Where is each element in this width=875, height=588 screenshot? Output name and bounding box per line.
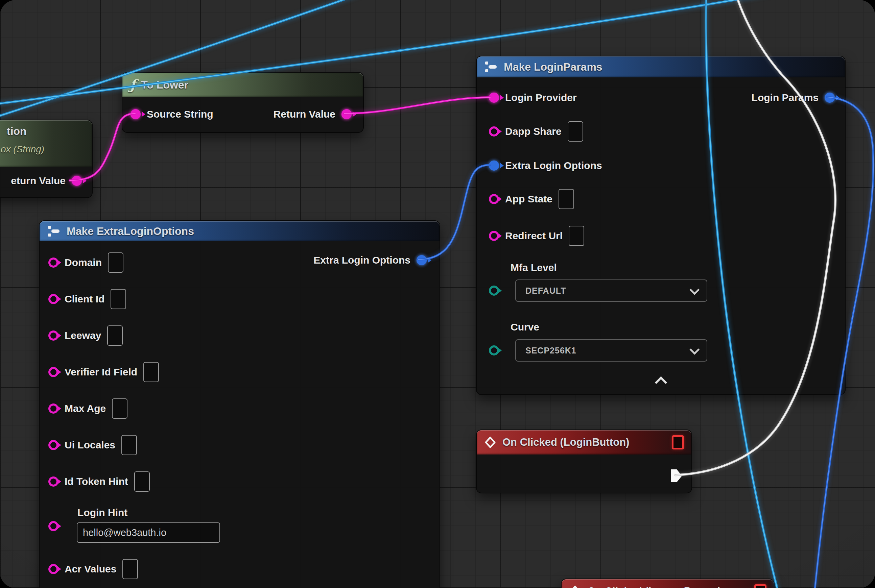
exec-output-pin[interactable] [671,470,682,482]
app-state-pin[interactable] [489,194,499,204]
node-title: On Clicked (LogoutButton) [587,585,721,588]
node-make-login-params[interactable]: Make LoginParams Login Provider Dapp Sha… [476,56,846,395]
curve-dropdown[interactable]: SECP256K1 [515,339,707,362]
login-hint-value: hello@web3auth.io [83,527,166,538]
pin-label: Domain [65,257,102,268]
ui-locales-pin[interactable] [48,440,59,450]
leeway-input[interactable] [107,326,123,346]
return-value-pin[interactable] [72,176,82,186]
pin-row-leeway: Leeway [48,325,123,346]
pin-row-id-token-hint: Id Token Hint [48,471,150,492]
node-on-clicked-login-button[interactable]: On Clicked (LoginButton) [476,429,692,494]
pin-row-login-hint [48,516,59,537]
pin-label: Return Value [274,108,335,120]
pin-label: Extra Login Options [505,160,602,171]
node-title: To Lower [141,79,188,91]
node-make-extra-login-options[interactable]: Make ExtraLoginOptions Domain Client Id … [39,220,440,588]
pin-label: Client Id [65,293,104,305]
node-text-partial[interactable]: tion ox (String) eturn Value [0,120,93,198]
pin-row-curve [489,340,499,361]
pin-label: App State [505,193,552,205]
client-id-pin[interactable] [48,294,59,304]
login-provider-pin[interactable] [489,93,499,103]
id-token-hint-input[interactable] [134,471,150,492]
pin-label: Acr Values [65,563,116,575]
acr-values-pin[interactable] [48,564,59,574]
pin-label: Id Token Hint [65,476,128,487]
dapp-share-pin[interactable] [489,126,499,136]
dapp-share-input[interactable] [568,122,583,142]
node-header[interactable]: tion [0,120,92,167]
delegate-pin[interactable] [754,584,767,588]
login-hint-input[interactable]: hello@web3auth.io [77,522,220,543]
mfa-level-dropdown[interactable]: DEFAULT [515,279,707,302]
blueprint-canvas[interactable]: tion ox (String) eturn Value ƒ To Lower … [0,0,875,588]
curve-label: Curve [511,321,539,333]
verifier-id-field-input[interactable] [143,362,159,382]
pin-row-client-id: Client Id [48,289,126,309]
pin-row-redirect-url: Redirect Url [489,225,584,246]
extra-login-options-pin[interactable] [489,160,499,171]
pin-row-return-value: Return Value [274,104,352,125]
pin-row-ui-locales: Ui Locales [48,435,137,456]
mfa-level-label: Mfa Level [511,262,557,273]
curve-value: SECP256K1 [525,346,576,356]
login-hint-pin[interactable] [48,521,59,531]
node-header[interactable]: Make LoginParams [477,56,845,77]
pin-label: Login Params [752,92,819,104]
pin-row-extra-login-options-out: Extra Login Options [313,250,427,271]
pin-row-app-state: App State [489,189,574,210]
node-header[interactable]: ƒ To Lower [122,73,363,97]
pin-label: Verifier Id Field [65,366,137,378]
ui-locales-input[interactable] [121,435,137,455]
pin-row-domain: Domain [48,252,123,273]
delegate-pin[interactable] [672,435,684,450]
pin-label: Extra Login Options [313,255,410,266]
pin-label: Source String [147,108,213,120]
login-params-output-pin[interactable] [825,93,835,103]
domain-pin[interactable] [48,258,59,268]
client-id-input[interactable] [111,289,126,309]
acr-values-input[interactable] [122,559,138,579]
pin-row-dapp-share: Dapp Share [489,121,583,142]
login-hint-label: Login Hint [77,507,128,518]
redirect-url-pin[interactable] [489,231,499,241]
pin-label: Max Age [65,403,106,414]
extra-login-options-output-pin[interactable] [416,255,427,265]
node-header[interactable]: On Clicked (LoginButton) [477,430,692,454]
max-age-input[interactable] [112,398,128,419]
pin-label: Ui Locales [65,439,115,451]
pin-label: Login Provider [505,92,577,104]
pin-row-extra-login-options-in: Extra Login Options [489,155,602,176]
node-to-lower[interactable]: ƒ To Lower Source String Return Value [122,72,364,133]
pin-label: Dapp Share [505,126,562,137]
pin-row-max-age: Max Age [48,398,128,419]
curve-pin[interactable] [489,345,499,356]
pin-row-mfa-level [489,280,499,301]
verifier-id-field-pin[interactable] [48,367,59,377]
pin-label: Redirect Url [505,230,562,242]
node-title: tion [7,125,27,138]
id-token-hint-pin[interactable] [48,477,59,487]
make-struct-icon [484,61,498,73]
return-value-pin[interactable] [341,109,352,119]
redirect-url-input[interactable] [569,226,584,246]
node-on-clicked-logout-button[interactable]: On Clicked (LogoutButton) [561,579,774,588]
event-icon [484,436,496,448]
max-age-pin[interactable] [48,404,59,414]
node-header[interactable]: Make ExtraLoginOptions [39,221,439,241]
pin-row-login-provider: Login Provider [489,87,577,108]
collapse-node-chevron-icon[interactable] [654,376,667,389]
domain-input[interactable] [108,252,123,273]
node-header[interactable]: On Clicked (LogoutButton) [562,579,774,588]
source-string-pin[interactable] [131,109,141,119]
node-title: On Clicked (LoginButton) [502,436,629,448]
make-struct-icon [47,225,61,237]
app-state-input[interactable] [559,189,574,209]
pin-row-source-string: Source String [131,104,213,125]
mfa-level-pin[interactable] [489,285,499,296]
pin-row-verifier-id-field: Verifier Id Field [48,362,159,382]
pin-row-login-params-out: Login Params [752,87,835,108]
leeway-pin[interactable] [48,330,59,340]
chevron-down-icon [689,285,699,295]
